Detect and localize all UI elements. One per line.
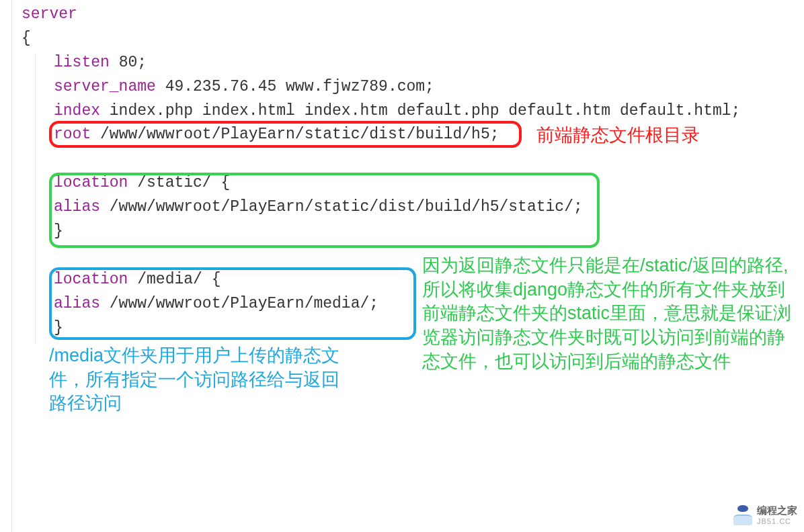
- value: /www/wwwroot/PlayEarn/media/;: [100, 295, 378, 312]
- watermark: 编程之家 JB51.CC: [733, 504, 797, 525]
- code-line: {: [22, 27, 804, 51]
- value: 49.235.76.45 www.fjwz789.com;: [156, 78, 434, 95]
- code-line: [22, 147, 804, 171]
- annotation-text-blue: /media文件夹用于用户上传的静态文件，所有指定一个访问路径给与返回路径访问: [49, 344, 352, 416]
- value: index.php index.html index.htm default.p…: [100, 102, 740, 120]
- keyword-server-name: server_name: [54, 78, 156, 95]
- brace-close: }: [54, 222, 63, 240]
- code-line: location /static/ {: [22, 171, 804, 195]
- value: /www/wwwroot/PlayEarn/static/dist/build/…: [91, 126, 499, 143]
- watermark-subtitle: JB51.CC: [757, 517, 797, 525]
- value: /www/wwwroot/PlayEarn/static/dist/build/…: [100, 198, 583, 216]
- code-line: listen 80;: [22, 51, 804, 75]
- value: /media/ {: [128, 271, 220, 288]
- line-gutter: [0, 0, 12, 532]
- brace: {: [22, 30, 31, 47]
- keyword-alias: alias: [54, 295, 100, 312]
- code-line: index index.php index.html index.htm def…: [22, 99, 804, 124]
- code-line: }: [22, 220, 804, 244]
- value: /static/ {: [128, 174, 230, 191]
- watermark-icon: [733, 505, 753, 525]
- code-line: server_name 49.235.76.45 www.fjwz789.com…: [22, 75, 804, 99]
- keyword-root: root: [54, 126, 91, 143]
- annotation-text-red: 前端静态文件根目录: [536, 124, 700, 147]
- keyword-listen: listen: [54, 54, 110, 71]
- watermark-text-block: 编程之家 JB51.CC: [757, 504, 797, 525]
- keyword-location: location: [54, 271, 128, 288]
- watermark-title: 编程之家: [757, 504, 797, 517]
- keyword-index: index: [54, 102, 100, 120]
- keyword-location: location: [54, 174, 128, 191]
- brace-close: }: [54, 319, 63, 337]
- code-line: alias /www/wwwroot/PlayEarn/static/dist/…: [22, 195, 804, 220]
- keyword-server: server: [22, 5, 77, 23]
- value: 80;: [110, 54, 147, 71]
- code-line: server: [22, 3, 804, 27]
- annotation-text-green: 因为返回静态文件只能是在/static/返回的路径,所以将收集django静态文…: [422, 254, 792, 373]
- keyword-alias: alias: [54, 198, 100, 216]
